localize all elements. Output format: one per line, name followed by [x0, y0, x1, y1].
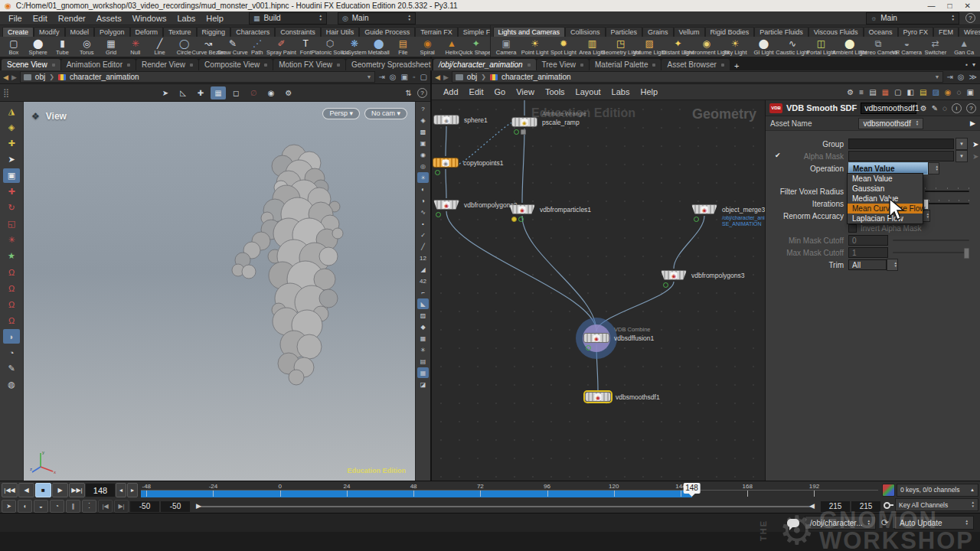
shelf-tool-file[interactable]: ▤File: [391, 39, 416, 56]
rotate-icon[interactable]: ↻: [3, 201, 20, 215]
shelf-tab-grains[interactable]: Grains: [642, 27, 674, 37]
shelf-tool-spray-paint[interactable]: ✐Spray Paint: [270, 39, 294, 56]
snap-edge-magnet-icon[interactable]: Ω: [3, 297, 20, 311]
shelf-tool-geometry-light[interactable]: ◳Geometry Light: [606, 39, 635, 56]
vectors-icon[interactable]: ╱: [417, 241, 429, 252]
point-icon[interactable]: ◦: [413, 73, 416, 81]
shelf-tool-platonic-solids[interactable]: ⬡Platonic Solids: [318, 39, 342, 56]
shelf-tab-particles[interactable]: Particles: [606, 27, 643, 37]
forward-icon[interactable]: ▶: [11, 73, 17, 81]
keyframe-colors-icon[interactable]: [882, 484, 895, 497]
shelf-tool-draw-curve[interactable]: ✎Draw Curve: [220, 39, 245, 56]
primitive-normals-icon[interactable]: ◢: [417, 264, 429, 275]
breadcrumb-current[interactable]: character_animation: [501, 73, 571, 81]
pane-tab-obj-character-animation[interactable]: /obj/character_animation: [433, 59, 536, 70]
operation-option-laplacian-flow[interactable]: Laplacian Flow: [848, 214, 923, 223]
shelf-tool-environment-light[interactable]: ◉Environment Light: [692, 39, 720, 56]
keyframe-pointer-icon[interactable]: ➤: [2, 500, 16, 513]
menu-help[interactable]: Help: [201, 14, 229, 23]
snapshot-camera-icon[interactable]: ◪: [417, 379, 429, 390]
pick-arrow-icon[interactable]: ➤: [972, 140, 978, 148]
node-object_merge3[interactable]: ◉object_merge3/obj/character_animation/O…: [691, 204, 717, 214]
view-mode-icon[interactable]: ◈: [417, 115, 429, 126]
pane-menu-icon[interactable]: ▾: [972, 61, 975, 68]
gray-badge-icon[interactable]: [521, 129, 526, 135]
stop-button[interactable]: ■: [35, 483, 51, 497]
node-name-field[interactable]: vdbsmoothsdf1: [861, 103, 916, 114]
message-bubble-icon[interactable]: [787, 519, 799, 527]
playhead-flag[interactable]: 148: [683, 483, 701, 494]
find-icon[interactable]: ◌: [957, 88, 962, 96]
node-sphere1[interactable]: ◉sphere1: [433, 115, 459, 125]
current-frame-field[interactable]: 148: [86, 484, 115, 497]
green-badge-icon[interactable]: [663, 282, 668, 288]
filter-voxel-radius-slider[interactable]: [925, 191, 969, 192]
pane-tab-motion-fx-view[interactable]: Motion FX View: [273, 59, 345, 70]
viewport-options-gear-icon[interactable]: ⚙: [281, 86, 296, 99]
desktop-selector[interactable]: ▦ Build ▲▼: [249, 12, 327, 24]
shelf-tab-rigid-bodies[interactable]: Rigid Bodies: [705, 27, 755, 37]
key-icon[interactable]: [882, 499, 893, 510]
normals-icon[interactable]: ✓: [417, 230, 429, 240]
select-arrow-icon[interactable]: ➤: [3, 152, 20, 167]
tree-view-icon[interactable]: ≡: [859, 88, 864, 96]
follow-icon[interactable]: ◎: [958, 73, 965, 81]
shelf-tool-portal-light[interactable]: ◫Portal Light: [807, 39, 835, 56]
wire-shaded-icon[interactable]: ∿: [417, 207, 429, 217]
jump-to-start-button[interactable]: |◀◀: [2, 483, 18, 497]
wire-copytopoints1-to-pscale_ramp[interactable]: [456, 122, 515, 164]
shelf-tab-simple-fx[interactable]: Simple FX: [458, 27, 490, 37]
max-mask-cutoff-slider[interactable]: [893, 252, 969, 253]
range-slider[interactable]: ▶ ◀: [196, 506, 815, 507]
pin-icon[interactable]: ⇥: [378, 73, 384, 81]
operation-option-mean-value[interactable]: Mean Value: [848, 174, 923, 184]
cube-icon[interactable]: ▣: [401, 73, 408, 81]
global-range-end-field[interactable]: 215: [851, 501, 880, 512]
iterations-slider[interactable]: [919, 203, 969, 204]
node-vdbsmoothsdf1[interactable]: ◉vdbsmoothsdf1: [585, 392, 611, 402]
shelf-tool-sphere[interactable]: ⬤Sphere: [26, 39, 51, 56]
volatile-transform-icon[interactable]: ◮: [3, 104, 20, 119]
tab-close-icon[interactable]: [190, 64, 193, 67]
shelf-tool-vr-camera[interactable]: ◒VR Camera: [893, 39, 921, 56]
snap-point-magnet-icon[interactable]: Ω: [3, 281, 20, 295]
ghosting-icon[interactable]: ◒: [34, 500, 48, 513]
shelf-tool-null[interactable]: ✳Null: [123, 39, 148, 56]
menu-labs[interactable]: Labs: [172, 14, 201, 23]
realtime-playback-icon[interactable]: ◔: [50, 500, 64, 513]
shelf-tab-deform[interactable]: Deform: [130, 27, 164, 37]
follow-icon[interactable]: ◎: [390, 73, 397, 81]
green-badge-icon[interactable]: [436, 212, 441, 217]
color-palette-icon[interactable]: ▦: [882, 88, 889, 96]
points-display-icon[interactable]: •: [417, 218, 429, 229]
shelf-tab-vellum[interactable]: Vellum: [674, 27, 705, 37]
shelf-tool-torus[interactable]: ◎Torus: [74, 39, 99, 56]
gear-icon[interactable]: ⚙: [920, 104, 927, 112]
pivot-icon[interactable]: ✳: [3, 233, 20, 247]
operation-option-median-value[interactable]: Median Value: [848, 194, 923, 204]
test-geometry-icon[interactable]: ◗: [3, 329, 20, 344]
quad-view-icon[interactable]: ▦: [417, 367, 429, 378]
wire-sphere1-to-copytopoints1[interactable]: [446, 126, 446, 156]
shelf-tool-l-system[interactable]: ❋L-System: [342, 39, 367, 56]
prev-key-icon[interactable]: |◀: [98, 500, 113, 513]
pane-tab-geometry-spreadsheet[interactable]: Geometry Spreadsheet: [346, 59, 443, 70]
shelf-tab-fem[interactable]: FEM: [933, 27, 959, 37]
tab-close-icon[interactable]: [264, 64, 267, 67]
flipbook-icon[interactable]: ◉: [263, 86, 279, 99]
node-pscale_ramp[interactable]: ◉Attribute Wranglepscale_ramp: [511, 117, 537, 127]
shelf-tool-metaball[interactable]: ⬤Metaball: [367, 39, 391, 56]
select-style-icon[interactable]: ◺: [175, 86, 191, 99]
pin-icon[interactable]: ⇥: [946, 73, 952, 81]
network-overview-icon[interactable]: ▣: [967, 88, 974, 96]
tab-close-icon[interactable]: [127, 64, 130, 67]
secure-selection-lock-icon[interactable]: ▣: [3, 168, 20, 183]
playback-range-start-field[interactable]: -50: [161, 501, 190, 512]
group-list-icon[interactable]: ▤: [417, 356, 429, 367]
key-mode-select[interactable]: Key All Channels ▲▼: [895, 498, 978, 511]
snap-grid-magnet-icon[interactable]: Ω: [3, 265, 20, 279]
sculpt-icon[interactable]: ◍: [3, 377, 20, 392]
alpha-mask-field[interactable]: [848, 151, 954, 161]
orientation-picking-icon[interactable]: ◔: [3, 345, 20, 360]
snap-disabled-icon[interactable]: ∅: [246, 86, 261, 99]
